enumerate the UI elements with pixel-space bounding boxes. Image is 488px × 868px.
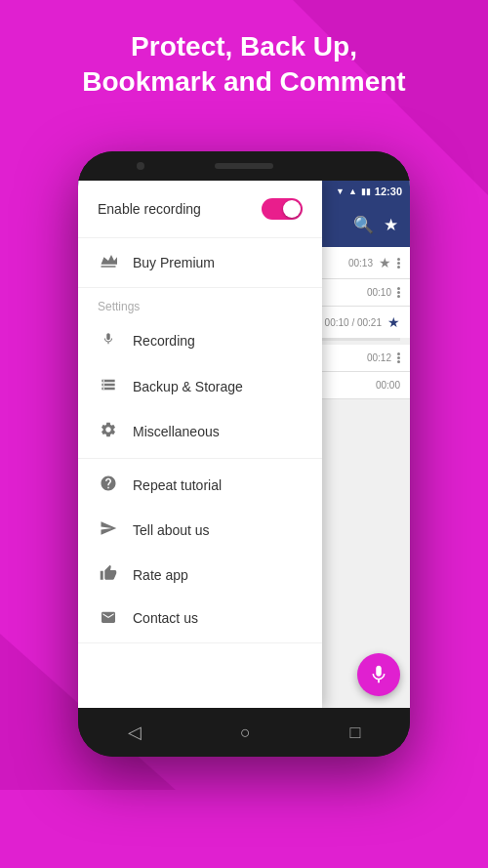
phone-top	[78, 151, 410, 181]
phone-camera	[137, 162, 144, 170]
buy-premium-item[interactable]: Buy Premium	[78, 242, 322, 283]
send-icon	[98, 519, 119, 541]
backup-storage-item[interactable]: Backup & Storage	[78, 364, 322, 409]
mail-icon	[98, 609, 119, 627]
tell-about-us-item[interactable]: Tell about us	[78, 508, 322, 553]
header-line1: Protect, Back Up,	[131, 31, 357, 62]
repeat-tutorial-label: Repeat tutorial	[133, 477, 222, 493]
contact-us-label: Contact us	[133, 610, 198, 626]
phone-nav: ◁ ○ □	[78, 708, 410, 757]
mic-fab-icon	[368, 664, 389, 685]
recording-settings-item[interactable]: Recording	[78, 317, 322, 364]
back-button[interactable]: ◁	[128, 722, 142, 743]
more-button[interactable]	[397, 258, 400, 269]
phone: ▼ ▲ ▮▮ 12:30 🔍 ★ 00:13 ★ 00:10	[78, 151, 410, 757]
drawer-section-premium: Buy Premium	[78, 238, 322, 288]
battery-icon: ▮▮	[361, 186, 371, 196]
more-button[interactable]	[397, 287, 400, 298]
phone-screen: ▼ ▲ ▮▮ 12:30 🔍 ★ 00:13 ★ 00:10	[78, 181, 410, 708]
repeat-tutorial-item[interactable]: Repeat tutorial	[78, 463, 322, 508]
record-fab[interactable]	[357, 653, 400, 696]
rate-app-label: Rate app	[133, 567, 188, 583]
status-time: 12:30	[375, 186, 402, 197]
help-icon	[98, 475, 119, 496]
signal-icon: ▲	[348, 186, 357, 196]
storage-icon	[98, 376, 119, 397]
thumb-up-icon	[98, 564, 119, 586]
crown-icon	[98, 254, 119, 271]
recording-label: Recording	[133, 333, 195, 349]
drawer-section-settings: Settings Recording Backup	[78, 288, 322, 459]
status-icons: ▼ ▲ ▮▮ 12:30	[336, 186, 402, 197]
more-button[interactable]	[397, 352, 400, 363]
navigation-drawer: Enable recording Buy Premium	[78, 181, 322, 708]
enable-recording-label: Enable recording	[98, 201, 201, 217]
miscellaneous-item[interactable]: Miscellaneous	[78, 409, 322, 454]
toggle-knob	[283, 200, 301, 218]
wifi-icon: ▼	[336, 186, 345, 196]
header-text: Protect, Back Up, Bookmark and Comment	[0, 29, 488, 101]
star-button[interactable]: ★	[387, 314, 400, 330]
contact-us-item[interactable]: Contact us	[78, 598, 322, 639]
home-button[interactable]: ○	[240, 723, 251, 743]
enable-recording-row: Enable recording	[78, 185, 322, 233]
star-icon[interactable]: ★	[384, 215, 398, 235]
settings-section-label: Settings	[78, 292, 322, 317]
phone-speaker	[215, 163, 273, 169]
gear-icon	[98, 421, 119, 442]
enable-recording-toggle[interactable]	[262, 198, 303, 220]
recent-button[interactable]: □	[349, 723, 360, 743]
search-icon[interactable]: 🔍	[353, 215, 374, 235]
rate-app-item[interactable]: Rate app	[78, 553, 322, 598]
miscellaneous-label: Miscellaneous	[133, 424, 220, 439]
drawer-section-toggle: Enable recording	[78, 181, 322, 238]
backup-storage-label: Backup & Storage	[133, 379, 243, 394]
star-button[interactable]: ★	[379, 255, 391, 270]
drawer-section-other: Repeat tutorial Tell about us	[78, 459, 322, 643]
header-line2: Bookmark and Comment	[82, 66, 405, 97]
mic-icon	[98, 329, 119, 352]
buy-premium-label: Buy Premium	[133, 255, 215, 270]
tell-about-us-label: Tell about us	[133, 522, 210, 538]
